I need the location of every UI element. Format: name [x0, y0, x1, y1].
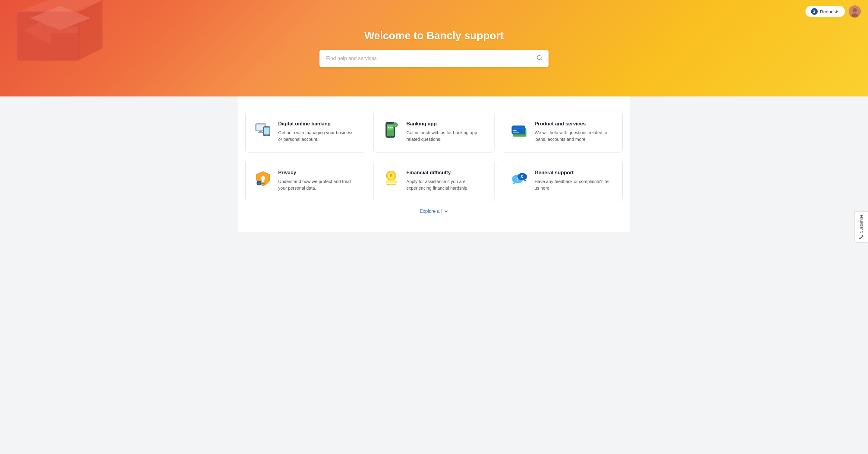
card-title-product: Product and services [535, 121, 614, 127]
card-text-general: General support Have any feedback or com… [535, 170, 614, 191]
customise-label: Customise [859, 215, 864, 233]
svg-point-23 [390, 135, 391, 137]
card-privacy[interactable]: Privacy Understand how we protect and tr… [245, 160, 366, 201]
svg-rect-15 [264, 127, 270, 134]
card-title-digital: Digital online banking [278, 121, 358, 127]
explore-all-button[interactable]: Explore all [420, 209, 448, 214]
svg-marker-4 [18, 0, 102, 12]
card-icon-digital [254, 121, 272, 139]
svg-rect-12 [259, 131, 262, 132]
explore-all-label: Explore all [420, 209, 441, 214]
svg-point-46 [386, 182, 396, 184]
hero-title: Welcome to Bancly support [364, 30, 504, 41]
digital-banking-icon [254, 122, 272, 138]
card-general-support[interactable]: & General support Have any feedback or c… [502, 160, 623, 201]
card-text-financial: Financial difficulty Apply for assistanc… [406, 170, 486, 191]
svg-text:&: & [521, 174, 524, 179]
svg-rect-35 [260, 183, 264, 184]
card-text-privacy: Privacy Understand how we protect and tr… [278, 170, 358, 191]
card-desc-privacy: Understand how we protect and treat your… [278, 178, 358, 191]
card-digital-banking[interactable]: Digital online banking Get help with man… [245, 111, 366, 153]
search-input[interactable] [319, 50, 549, 67]
svg-marker-7 [30, 6, 90, 30]
svg-point-16 [267, 135, 267, 136]
svg-point-34 [258, 182, 260, 184]
card-icon-product [510, 121, 529, 139]
requests-button[interactable]: 2 Requests [805, 6, 845, 17]
card-financial-difficulty[interactable]: $ Financial difficulty Apply for assista… [373, 160, 494, 201]
card-text-digital: Digital online banking Get help with man… [278, 121, 358, 143]
svg-text:✓: ✓ [395, 124, 397, 127]
svg-rect-29 [513, 130, 517, 131]
card-icon-financial: $ [382, 170, 400, 188]
card-desc-general: Have any feedback or complaints? Tell us… [535, 178, 614, 191]
card-desc-product: We will help with questions related to l… [535, 129, 614, 143]
card-title-banking-app: Banking app [406, 121, 486, 127]
hero-section: Welcome to Bancly support [0, 0, 868, 96]
avatar[interactable] [849, 5, 861, 18]
privacy-icon [255, 170, 272, 187]
card-title-privacy: Privacy [278, 170, 358, 176]
requests-badge: 2 [811, 8, 818, 15]
card-title-general: General support [535, 170, 614, 176]
search-icon [536, 55, 542, 61]
svg-rect-36 [262, 183, 264, 184]
card-desc-banking-app: Get in touch with us for banking app rel… [406, 129, 486, 143]
search-bar [319, 50, 549, 67]
avatar-image [849, 5, 861, 18]
card-icon-banking-app: ✓ [382, 121, 400, 139]
chevron-down-icon [444, 209, 448, 214]
card-icon-general: & [510, 170, 529, 188]
cards-grid: Digital online banking Get help with man… [245, 111, 623, 201]
card-text-banking-app: Banking app Get in touch with us for ban… [406, 121, 486, 143]
svg-point-1 [852, 8, 857, 12]
financial-difficulty-icon: $ [383, 170, 399, 187]
svg-rect-30 [513, 132, 519, 133]
svg-rect-32 [262, 179, 264, 182]
svg-point-21 [390, 127, 391, 128]
main-content: Digital online banking Get help with man… [238, 96, 630, 232]
svg-marker-5 [79, 0, 102, 60]
requests-label: Requests [820, 9, 839, 14]
svg-point-50 [517, 178, 518, 179]
svg-marker-3 [18, 12, 79, 60]
card-desc-digital: Get help with managing your business or … [278, 129, 358, 143]
svg-text:$: $ [390, 173, 393, 178]
pencil-icon [859, 235, 864, 239]
explore-all-section: Explore all [245, 209, 623, 214]
svg-rect-37 [264, 183, 265, 184]
card-product-services[interactable]: Product and services We will help with q… [502, 111, 623, 153]
search-button[interactable] [535, 54, 544, 64]
card-title-financial: Financial difficulty [406, 170, 486, 176]
hero-decoration [0, 0, 115, 96]
svg-rect-13 [258, 132, 263, 133]
svg-line-9 [541, 59, 542, 60]
card-text-product: Product and services We will help with q… [535, 121, 614, 143]
banking-app-icon: ✓ [383, 122, 399, 138]
card-icon-privacy [254, 170, 272, 188]
svg-rect-6 [17, 11, 80, 61]
card-banking-app[interactable]: ✓ Banking app Get in touch with us for b… [373, 111, 494, 153]
customise-tab[interactable]: Customise [855, 211, 868, 243]
top-navigation: 2 Requests [805, 5, 861, 18]
svg-point-51 [517, 180, 518, 181]
svg-point-22 [392, 127, 393, 128]
general-support-icon: & [511, 171, 528, 187]
svg-rect-28 [513, 127, 524, 129]
product-services-icon [511, 123, 528, 137]
card-desc-financial: Apply for assistance if you are experien… [406, 178, 486, 191]
svg-point-20 [388, 127, 389, 128]
